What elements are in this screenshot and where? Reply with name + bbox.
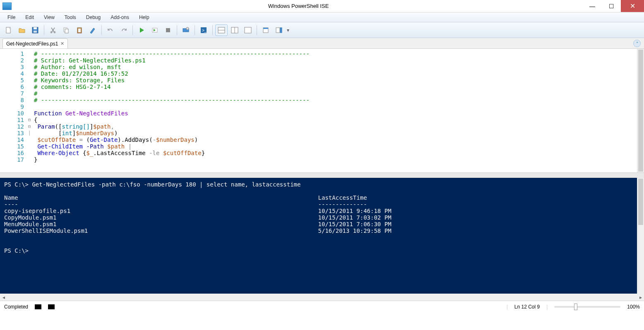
close-button[interactable]: ✕ — [621, 0, 644, 12]
status-bar: Completed | Ln 12 Col 9 | 100% — [0, 301, 644, 312]
menu-view[interactable]: View — [40, 14, 59, 21]
toolbar: >_ ▾ — [0, 22, 644, 38]
show-command-addon-button[interactable] — [273, 24, 285, 36]
svg-rect-21 — [245, 27, 251, 33]
svg-rect-8 — [65, 29, 68, 33]
menu-add-ons[interactable]: Add-ons — [106, 14, 133, 21]
window-controls: — ☐ ✕ — [583, 0, 644, 12]
stop-button[interactable] — [162, 24, 174, 36]
layout-console-button[interactable] — [242, 24, 254, 36]
remote-button[interactable] — [180, 24, 192, 36]
status-text: Completed — [4, 304, 28, 310]
code-editor[interactable]: 1234567891011121314151617 ⊟⊟│ # --------… — [0, 49, 637, 172]
menu-debug[interactable]: Debug — [82, 14, 105, 21]
separator — [195, 25, 195, 35]
svg-rect-3 — [34, 27, 37, 29]
console-pane: PS C:\> Get-NeglectedFiles -path c:\fso … — [0, 178, 644, 294]
run-selection-button[interactable] — [149, 24, 161, 36]
menu-bar: FileEditViewToolsDebugAdd-onsHelp — [0, 12, 644, 22]
separator: | — [507, 304, 508, 310]
run-button[interactable] — [135, 24, 148, 36]
separator — [257, 25, 257, 35]
separator — [132, 25, 133, 35]
svg-rect-10 — [78, 29, 81, 32]
open-file-button[interactable] — [16, 24, 28, 36]
layout-script-button[interactable] — [228, 24, 241, 36]
separator — [177, 25, 177, 35]
separator: | — [546, 304, 548, 310]
show-command-button[interactable] — [260, 24, 272, 36]
zoom-slider[interactable] — [554, 306, 620, 308]
separator — [44, 25, 44, 35]
status-indicator — [48, 304, 55, 309]
scroll-left-icon[interactable]: ◂ — [0, 294, 7, 300]
copy-button[interactable] — [60, 24, 72, 36]
menu-help[interactable]: Help — [135, 14, 154, 21]
scroll-right-icon[interactable]: ▸ — [637, 294, 644, 300]
clear-button[interactable] — [87, 24, 99, 36]
zoom-level: 100% — [627, 304, 640, 310]
save-button[interactable] — [29, 24, 41, 36]
svg-rect-24 — [276, 28, 280, 33]
editor-tabs: Get-NeglectedFiles.ps1 ✕ ˄ — [0, 38, 644, 49]
line-number-gutter: 1234567891011121314151617 — [0, 49, 26, 172]
fold-column[interactable]: ⊟⊟│ — [26, 49, 32, 172]
separator — [101, 25, 102, 35]
cursor-position: Ln 12 Col 9 — [514, 304, 540, 310]
status-indicator — [35, 304, 41, 309]
minimize-button[interactable]: — — [583, 0, 602, 12]
console-output[interactable]: PS C:\> Get-NeglectedFiles -path c:\fso … — [0, 178, 637, 294]
svg-rect-4 — [34, 31, 37, 33]
collapse-script-pane-button[interactable]: ˄ — [633, 40, 641, 47]
menu-tools[interactable]: Tools — [60, 14, 80, 21]
redo-button[interactable] — [118, 24, 130, 36]
new-file-button[interactable] — [2, 24, 15, 36]
tab-label: Get-NeglectedFiles.ps1 — [6, 41, 58, 47]
toolbar-overflow[interactable]: ▾ — [287, 27, 289, 33]
svg-rect-12 — [166, 28, 170, 32]
file-tab[interactable]: Get-NeglectedFiles.ps1 ✕ — [2, 38, 68, 48]
paste-button[interactable] — [73, 24, 86, 36]
scroll-track[interactable] — [7, 294, 637, 301]
horizontal-scrollbar[interactable]: ◂ ▸ — [0, 294, 644, 301]
svg-text:>_: >_ — [202, 28, 207, 33]
app-icon — [2, 2, 12, 10]
maximize-button[interactable]: ☐ — [602, 0, 621, 12]
code-content[interactable]: # --------------------------------------… — [32, 49, 637, 172]
svg-rect-23 — [263, 28, 268, 29]
script-pane: 1234567891011121314151617 ⊟⊟│ # --------… — [0, 49, 644, 173]
menu-file[interactable]: File — [3, 14, 19, 21]
tab-close-icon[interactable]: ✕ — [60, 41, 64, 46]
title-bar: Windows PowerShell ISE — ☐ ✕ — [0, 0, 644, 12]
cut-button[interactable] — [47, 24, 59, 36]
console-vertical-scrollbar[interactable] — [637, 178, 644, 294]
svg-rect-25 — [280, 28, 282, 33]
svg-rect-1 — [9, 27, 10, 29]
layout-both-button[interactable] — [215, 24, 228, 36]
window-title: Windows PowerShell ISE — [14, 3, 583, 9]
menu-edit[interactable]: Edit — [21, 14, 38, 21]
editor-vertical-scrollbar[interactable] — [637, 49, 644, 172]
pane-splitter[interactable] — [0, 173, 644, 178]
powershell-tab-button[interactable]: >_ — [197, 24, 210, 36]
separator — [212, 25, 213, 35]
svg-point-14 — [186, 27, 189, 30]
undo-button[interactable] — [104, 24, 117, 36]
